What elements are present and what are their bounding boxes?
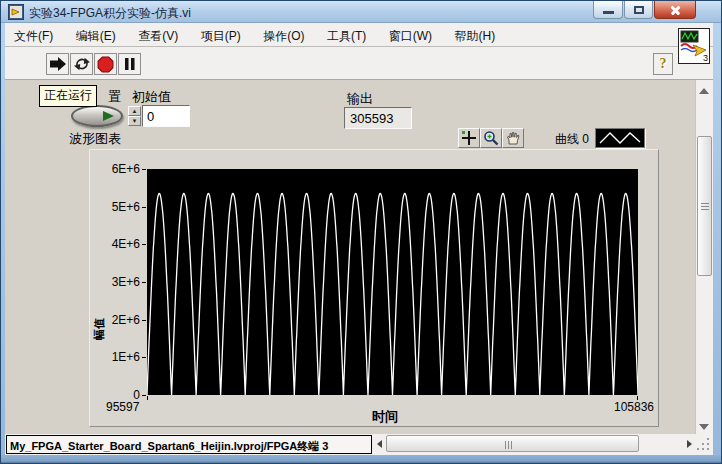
x-tick-label-max: 105836 (594, 400, 654, 414)
cursor-tool-button[interactable] (458, 128, 480, 148)
abort-button[interactable] (94, 53, 117, 75)
pause-icon (123, 57, 137, 71)
running-tooltip: 正在运行 (39, 85, 97, 107)
y-tick-mark (142, 244, 146, 245)
plot-legend-sample[interactable] (595, 128, 645, 148)
run-continuous-icon (73, 56, 91, 72)
toolbar: ? (5, 47, 713, 80)
title-bar[interactable]: 实验34-FPGA积分实验-仿真.vi (1, 1, 722, 23)
zoom-tool-button[interactable] (480, 128, 502, 148)
initial-value-stepper[interactable]: ▲ ▼ (128, 106, 141, 126)
vi-icon[interactable]: 3 (678, 28, 710, 64)
vi-file-icon (8, 4, 24, 20)
menu-operate[interactable]: 操作(O) (254, 23, 313, 47)
resize-grip[interactable] (695, 434, 713, 455)
y-tick-mark (142, 357, 146, 358)
initial-value-input[interactable]: 0 (142, 105, 190, 127)
pan-tool-button[interactable] (502, 128, 524, 148)
menu-view[interactable]: 查看(V) (129, 23, 187, 47)
x-tick-mark (147, 396, 148, 400)
scroll-right-icon[interactable] (687, 440, 692, 448)
x-tick-label-min: 95597 (106, 400, 139, 414)
reset-button-label: 置 (108, 88, 121, 106)
vertical-scrollbar[interactable] (695, 80, 713, 434)
minimize-button[interactable] (593, 1, 623, 19)
reset-button[interactable] (71, 105, 123, 127)
status-bar: My_FPGA_Starter_Board_Spartan6_Heijin.lv… (5, 434, 713, 455)
vi-icon-badge: 3 (703, 53, 708, 63)
plot-legend-label: 曲线 0 (555, 129, 589, 148)
y-tick-mark (142, 320, 146, 321)
labview-window: 实验34-FPGA积分实验-仿真.vi 文件(F) 编辑(E) 查看(V) 项目… (0, 0, 722, 464)
run-button[interactable] (46, 53, 69, 75)
initial-value-label: 初始值 (132, 88, 171, 106)
minimize-icon (603, 11, 614, 14)
y-tick-label: 5E+6 (90, 200, 140, 214)
execution-target-indicator[interactable]: My_FPGA_Starter_Board_Spartan6_Heijin.lv… (6, 435, 372, 454)
stop-icon (97, 56, 114, 73)
run-arrow-icon (49, 56, 67, 72)
window-title: 实验34-FPGA积分实验-仿真.vi (29, 5, 191, 22)
scroll-down-icon[interactable] (699, 424, 709, 430)
menu-edit[interactable]: 编辑(E) (67, 23, 125, 47)
close-button[interactable] (654, 1, 696, 19)
run-continuously-button[interactable] (70, 53, 93, 75)
y-tick-label: 3E+6 (90, 275, 140, 289)
y-tick-mark (142, 282, 146, 283)
waveform-trace (147, 169, 638, 395)
thumb-grip (505, 441, 512, 449)
pause-button[interactable] (118, 53, 141, 75)
play-arrow-icon (103, 111, 114, 121)
menu-project[interactable]: 项目(P) (192, 23, 250, 47)
thumb-grip (701, 203, 709, 210)
output-label: 输出 (347, 90, 373, 108)
crosshair-icon (461, 130, 477, 146)
menu-tools[interactable]: 工具(T) (318, 23, 375, 47)
y-axis-title: 幅值 (92, 318, 107, 340)
horizontal-scrollbar-thumb[interactable] (386, 435, 639, 452)
window-bottom-frame (1, 455, 722, 464)
scroll-up-icon[interactable] (699, 88, 709, 94)
maximize-button[interactable] (624, 1, 653, 19)
chart-plot-area[interactable] (147, 169, 638, 395)
context-help-button[interactable]: ? (653, 53, 673, 75)
y-tick-label: 1E+6 (90, 350, 140, 364)
increment-button[interactable]: ▲ (128, 106, 141, 116)
y-tick-label: 4E+6 (90, 237, 140, 251)
hand-icon (505, 130, 521, 146)
plot-legend[interactable]: 曲线 0 (555, 128, 645, 148)
vertical-scrollbar-thumb[interactable] (697, 136, 712, 276)
chart-title-label: 波形图表 (69, 130, 121, 148)
magnifier-icon (483, 130, 499, 146)
output-indicator: 305593 (344, 107, 412, 129)
plot-line-sample-icon (596, 129, 644, 147)
y-tick-label: 6E+6 (90, 162, 140, 176)
maximize-icon (634, 6, 644, 14)
menu-window[interactable]: 窗口(W) (380, 23, 441, 47)
decrement-button[interactable]: ▼ (128, 116, 141, 126)
y-tick-mark (142, 207, 146, 208)
y-tick-mark (142, 169, 146, 170)
x-axis-title: 时间 (355, 408, 415, 426)
scroll-left-icon[interactable] (377, 440, 382, 448)
y-tick-mark (142, 395, 146, 396)
graph-palette (458, 128, 524, 148)
menu-file[interactable]: 文件(F) (5, 23, 62, 47)
menu-bar: 文件(F) 编辑(E) 查看(V) 项目(P) 操作(O) 工具(T) 窗口(W… (5, 23, 713, 47)
waveform-chart: 6E+65E+64E+63E+62E+61E+60 95597 105836 幅… (89, 149, 659, 427)
front-panel: 正在运行 置 初始值 ▲ ▼ 0 输出 305593 波形图表 (5, 80, 695, 434)
menu-help[interactable]: 帮助(H) (445, 23, 504, 47)
